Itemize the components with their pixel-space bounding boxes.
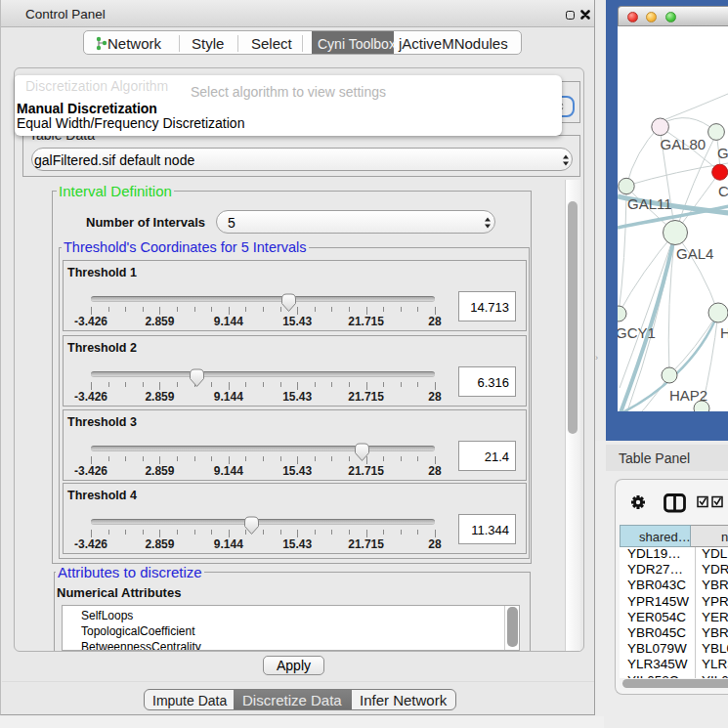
svg-text:H: H [720, 324, 728, 341]
svg-text:GAL4: GAL4 [676, 245, 713, 262]
svg-text:HAP2: HAP2 [669, 387, 707, 404]
svg-text:GA: GA [717, 145, 728, 161]
svg-text:C: C [718, 183, 728, 199]
svg-text:GAL11: GAL11 [627, 195, 672, 212]
svg-text:GCY1: GCY1 [618, 324, 656, 341]
svg-text:GAL80: GAL80 [661, 136, 707, 152]
